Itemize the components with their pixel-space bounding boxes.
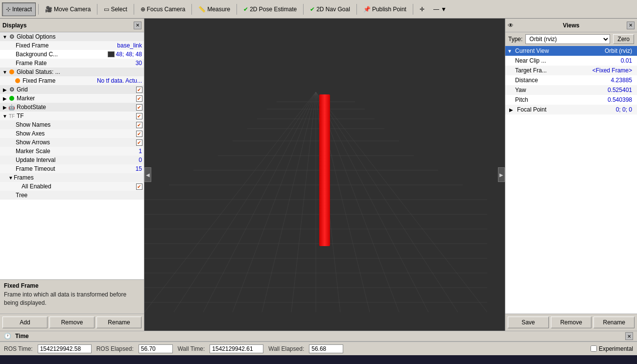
expand-marker[interactable]: ▶ — [2, 96, 8, 101]
checkbox-show-arrows[interactable]: ✔ — [134, 139, 144, 146]
tree-item-fixed-frame[interactable]: Fixed Frame base_link — [0, 41, 144, 50]
tree-item-ff-status[interactable]: Fixed Frame No tf data. Actu... — [0, 76, 144, 85]
2d-nav-label: 2D Nav Goal — [316, 6, 350, 13]
focus-camera-tool[interactable]: ⊕ Focus Camera — [137, 2, 189, 16]
value-bg-color: 48; 48; 48 — [116, 51, 144, 58]
interact-tool[interactable]: ⊹ Interact — [2, 2, 36, 16]
add-button[interactable]: Add — [2, 317, 47, 328]
tree-item-tf[interactable]: ▼ TF TF ✔ — [0, 112, 144, 120]
measure-tool[interactable]: 📏 Measure — [194, 2, 234, 16]
checkbox-marker[interactable]: ✔ — [134, 95, 144, 102]
zero-button[interactable]: Zero — [613, 34, 634, 44]
left-collapse-handle[interactable]: ◀ — [144, 167, 151, 182]
time-close-button[interactable]: ✕ — [625, 332, 633, 340]
views-distance-key: Distance — [513, 77, 611, 84]
tree-item-global-options[interactable]: ▼ ⚙ Global Options — [0, 32, 144, 41]
expand-tf[interactable]: ▼ — [2, 114, 8, 119]
label-all-enabled: All Enabled — [22, 183, 134, 190]
views-header: 👁 Views ✕ — [505, 19, 637, 32]
tree-item-frame-rate[interactable]: Frame Rate 30 — [0, 59, 144, 68]
value-marker-scale: 1 — [139, 148, 144, 155]
tree-item-marker[interactable]: ▶ Marker ✔ — [0, 94, 144, 103]
checkbox-show-axes[interactable]: ✔ — [134, 131, 144, 137]
views-row-near-clip[interactable]: Near Clip ... 0.01 — [505, 56, 637, 66]
tree-item-marker-scale[interactable]: Marker Scale 1 — [0, 147, 144, 156]
2d-nav-tool[interactable]: ✔ 2D Nav Goal — [306, 2, 354, 16]
views-type-row: Type: Orbit (rviz) Zero — [505, 32, 637, 46]
label-update-interval: Update Interval — [16, 157, 139, 163]
checkbox-tf[interactable]: ✔ — [134, 113, 144, 119]
3d-viewport[interactable]: .grid-line { stroke: #555; stroke-width:… — [144, 19, 505, 331]
expand-focal-point[interactable]: ▶ — [509, 107, 515, 113]
remove-button[interactable]: Remove — [49, 317, 94, 328]
views-row-focal-point[interactable]: ▶ Focal Point 0; 0; 0 — [505, 105, 637, 114]
expand-grid[interactable]: ▶ — [2, 87, 8, 92]
displays-title: Displays — [2, 22, 26, 29]
label-ff-status: Fixed Frame — [23, 77, 97, 84]
extra-tool[interactable]: ✛ — [416, 2, 428, 16]
views-type-label: Type: — [508, 36, 522, 43]
publish-point-tool[interactable]: 📌 Publish Point — [359, 2, 410, 16]
checkbox-robotstate[interactable]: ✔ — [134, 104, 144, 111]
wall-elapsed-input[interactable] — [309, 344, 343, 353]
views-rename-button[interactable]: Rename — [593, 317, 635, 328]
views-row-yaw[interactable]: Yaw 0.525401 — [505, 85, 637, 95]
experimental-check[interactable]: Experimental — [590, 345, 633, 352]
ros-time-input[interactable] — [38, 344, 92, 353]
views-row-pitch[interactable]: Pitch 0.540398 — [505, 95, 637, 105]
experimental-checkbox[interactable] — [590, 345, 597, 352]
views-type-select[interactable]: Orbit (rviz) — [525, 34, 610, 44]
checkbox-grid[interactable]: ✔ — [134, 87, 144, 93]
tree-item-tree[interactable]: Tree — [0, 191, 144, 200]
label-grid: Grid — [17, 86, 134, 93]
tree-item-frames[interactable]: ▼ Frames — [0, 173, 144, 182]
time-title: Time — [15, 333, 29, 340]
svg-line-21 — [291, 92, 316, 312]
svg-line-19 — [233, 92, 316, 312]
expand-current-view[interactable]: ▼ — [507, 48, 513, 54]
checkbox-all-enabled[interactable]: ✔ — [134, 183, 144, 190]
expand-global-options[interactable]: ▼ — [2, 34, 8, 40]
2d-pose-tool[interactable]: ✔ 2D Pose Estimate — [239, 2, 301, 16]
views-focal-point-key: Focal Point — [515, 106, 616, 113]
views-row-distance[interactable]: Distance 4.23885 — [505, 75, 637, 85]
tree-item-grid[interactable]: ▶ ⚙ Grid ✔ — [0, 85, 144, 94]
displays-panel: Displays ✕ ▼ ⚙ Global Options Fixed Fram… — [0, 19, 144, 331]
views-close-button[interactable]: ✕ — [627, 22, 635, 29]
expand-robotstate[interactable]: ▶ — [2, 105, 8, 110]
expand-frames[interactable]: ▼ — [8, 175, 14, 181]
tree-item-update-interval[interactable]: Update Interval 0 — [0, 156, 144, 164]
views-current-view-type: Orbit (rviz) — [605, 47, 635, 54]
tree-item-robotstate[interactable]: ▶ 🤖 RobotState ✔ — [0, 103, 144, 112]
robot-icon: 🤖 — [8, 103, 16, 111]
views-row-target-frame[interactable]: Target Fra... <Fixed Frame> — [505, 66, 637, 75]
tree-item-show-arrows[interactable]: Show Arrows ✔ — [0, 138, 144, 147]
displays-buttons: Add Remove Rename — [0, 314, 144, 331]
tree-item-frame-timeout[interactable]: Frame Timeout 15 — [0, 164, 144, 173]
tree-item-global-status[interactable]: ▼ Global Status: ... — [0, 68, 144, 76]
wall-time-input[interactable] — [210, 344, 263, 353]
ros-elapsed-input[interactable] — [139, 344, 173, 353]
expand-global-status[interactable]: ▼ — [2, 69, 8, 75]
rename-button[interactable]: Rename — [96, 317, 142, 328]
tree-item-show-names[interactable]: Show Names ✔ — [0, 120, 144, 129]
views-title: Views — [563, 22, 580, 29]
checkbox-show-names[interactable]: ✔ — [134, 122, 144, 128]
label-frame-timeout: Frame Timeout — [16, 165, 136, 172]
tree-item-show-axes[interactable]: Show Axes ✔ — [0, 129, 144, 138]
dropdown-tool[interactable]: — ▼ — [429, 2, 450, 16]
views-remove-button[interactable]: Remove — [551, 317, 592, 328]
tree-item-all-enabled[interactable]: All Enabled ✔ — [0, 182, 144, 191]
displays-close-button[interactable]: ✕ — [134, 22, 142, 29]
2d-pose-icon: ✔ — [243, 6, 248, 13]
label-tf: TF — [17, 113, 134, 119]
tree-item-background-color[interactable]: Background C... 48; 48; 48 — [0, 50, 144, 59]
views-current-view-row[interactable]: ▼ Current View Orbit (rviz) — [505, 46, 637, 56]
value-update-interval: 0 — [139, 157, 144, 163]
main-content: Displays ✕ ▼ ⚙ Global Options Fixed Fram… — [0, 19, 637, 331]
views-save-button[interactable]: Save — [508, 317, 549, 328]
right-collapse-handle[interactable]: ▶ — [498, 167, 505, 182]
toolbar-separator-1 — [38, 4, 39, 15]
select-tool[interactable]: ▭ Select — [100, 2, 131, 16]
move-camera-tool[interactable]: 🎥 Move Camera — [41, 2, 94, 16]
